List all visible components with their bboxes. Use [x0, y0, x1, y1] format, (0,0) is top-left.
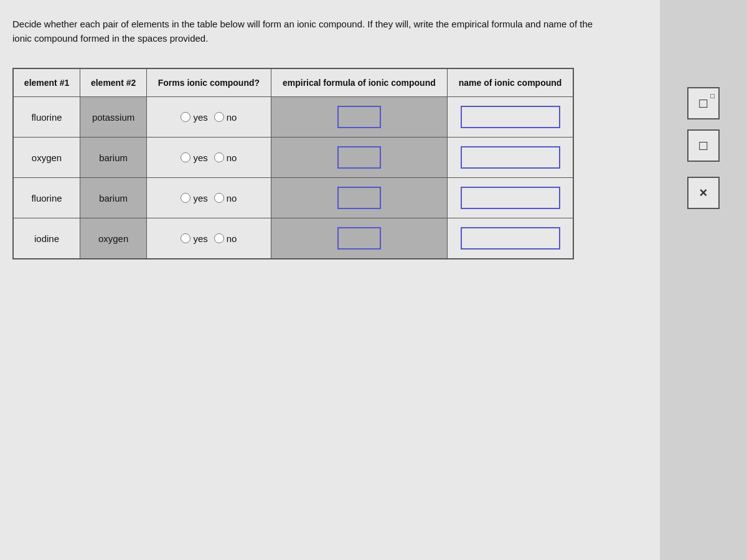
no-radio-row1[interactable] [214, 112, 224, 122]
element2-cell: potassium [80, 97, 147, 138]
close-icon: × [700, 185, 708, 201]
name-input-row3[interactable] [461, 187, 560, 209]
formula-input-row3[interactable] [337, 187, 381, 209]
formula-cell[interactable] [271, 97, 447, 138]
no-text: no [227, 112, 237, 123]
yes-text: yes [193, 193, 207, 203]
radio-cell: yes no [147, 178, 271, 218]
yes-no-group: yes no [157, 233, 261, 244]
element1-cell: fluorine [14, 97, 80, 138]
name-cell[interactable] [448, 178, 573, 218]
no-radio-row2[interactable] [214, 152, 224, 162]
yes-no-group: yes no [157, 193, 261, 203]
yes-label[interactable]: yes [181, 233, 207, 244]
yes-text: yes [193, 152, 207, 163]
col-header-name: name of ionic compound [448, 69, 573, 97]
yes-radio-row4[interactable] [181, 233, 190, 243]
no-text: no [227, 152, 237, 163]
name-cell[interactable] [448, 218, 573, 259]
formula-input-row4[interactable] [337, 227, 381, 250]
yes-label[interactable]: yes [181, 193, 207, 203]
main-content: Decide whether each pair of elements in … [0, 0, 660, 560]
yes-radio-row1[interactable] [181, 112, 190, 122]
no-text: no [227, 233, 237, 244]
radio-cell: yes no [147, 97, 271, 138]
formula-cell[interactable] [271, 138, 447, 178]
no-text: no [227, 193, 237, 203]
col-header-element1: element #1 [14, 69, 80, 97]
instructions-text: Decide whether each pair of elements in … [12, 17, 604, 45]
table-row: fluorine potassium yes no [14, 97, 573, 138]
yes-no-group: yes no [157, 112, 261, 123]
element1-cell: iodine [14, 218, 80, 259]
element2-cell: barium [80, 138, 147, 178]
yes-radio-row3[interactable] [181, 193, 190, 203]
table-wrapper: element #1 element #2 Forms ionic compou… [12, 68, 574, 259]
yes-text: yes [193, 112, 207, 123]
name-cell[interactable] [448, 138, 573, 178]
name-input-row1[interactable] [461, 106, 560, 128]
close-button[interactable]: × [687, 177, 720, 209]
element1-cell: oxygen [14, 138, 80, 178]
formula-input-row1[interactable] [337, 106, 381, 128]
no-label[interactable]: no [214, 152, 237, 163]
radio-cell: yes no [147, 218, 271, 259]
name-cell[interactable] [448, 97, 573, 138]
yes-no-group: yes no [157, 152, 261, 163]
element1-cell: fluorine [14, 178, 80, 218]
yes-radio-row2[interactable] [181, 152, 190, 162]
ionic-compound-table: element #1 element #2 Forms ionic compou… [13, 68, 573, 259]
yes-label[interactable]: yes [181, 112, 207, 123]
formula-cell[interactable] [271, 178, 447, 218]
name-input-row2[interactable] [461, 146, 560, 169]
square-plain-icon: □ [699, 138, 707, 154]
sidebar-panel: □ □ □ × [660, 0, 747, 560]
superscript-square-button[interactable]: □ □ [687, 87, 720, 119]
radio-cell: yes no [147, 138, 271, 178]
no-label[interactable]: no [214, 233, 237, 244]
no-radio-row3[interactable] [214, 193, 224, 203]
square-icon: □ [699, 95, 707, 111]
formula-cell[interactable] [271, 218, 447, 259]
no-radio-row4[interactable] [214, 233, 224, 243]
col-header-element2: element #2 [80, 69, 147, 97]
col-header-empirical-formula: empirical formula of ionic compound [271, 69, 447, 97]
no-label[interactable]: no [214, 193, 237, 203]
table-row: oxygen barium yes no [14, 138, 573, 178]
yes-text: yes [193, 233, 207, 244]
no-label[interactable]: no [214, 112, 237, 123]
name-input-row4[interactable] [461, 227, 560, 250]
col-header-forms-ionic: Forms ionic compound? [147, 69, 271, 97]
element2-cell: oxygen [80, 218, 147, 259]
square-button[interactable]: □ [687, 129, 720, 162]
table-row: iodine oxygen yes no [14, 218, 573, 259]
formula-input-row2[interactable] [337, 146, 381, 169]
element2-cell: barium [80, 178, 147, 218]
superscript-indicator: □ [710, 92, 715, 100]
yes-label[interactable]: yes [181, 152, 207, 163]
table-row: fluorine barium yes no [14, 178, 573, 218]
